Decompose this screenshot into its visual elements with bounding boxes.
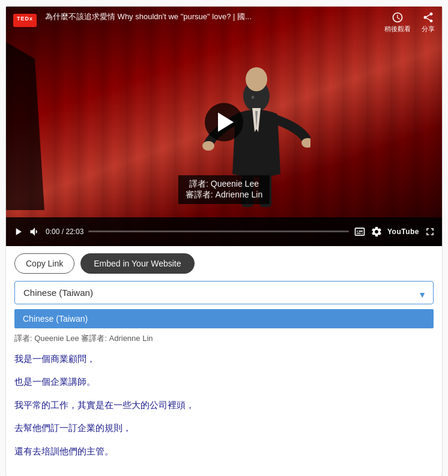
subtitles-icon[interactable] [354, 226, 366, 238]
subtitle-overlay: 譯者: Queenie Lee 審譯者: Adrienne Lin [178, 175, 270, 204]
video-top-controls: 稍後觀看 分享 [384, 11, 435, 34]
transcript-area: 譯者: Queenie Lee 審譯者: Adrienne Lin 我是一個商業… [6, 328, 442, 476]
main-container: TEDx 為什麼不該追求愛情 Why shouldn't we "pursue"… [5, 6, 443, 476]
svg-point-2 [202, 141, 214, 151]
progress-bar[interactable] [88, 230, 349, 232]
action-buttons: Copy Link Embed in Your Website [6, 246, 442, 281]
settings-icon[interactable] [371, 226, 383, 238]
volume-icon[interactable] [29, 226, 41, 238]
share-button[interactable]: 分享 [422, 11, 435, 34]
transcript-line-4: 去幫他們訂一訂企業的規則， [14, 421, 434, 435]
transcript-credit: 譯者: Queenie Lee 審譯者: Adrienne Lin [14, 333, 434, 344]
subtitle-line1: 譯者: Queenie Lee [186, 179, 262, 190]
language-dropdown[interactable]: Chinese (Taiwan) [14, 281, 434, 304]
transcript-line-2: 也是一個企業講師。 [14, 375, 434, 389]
shadow-silhouette [6, 42, 54, 210]
play-button[interactable] [205, 103, 243, 142]
svg-point-6 [252, 95, 255, 98]
transcript-line-5: 還有去培訓他們的主管。 [14, 445, 434, 459]
fullscreen-icon[interactable] [424, 226, 436, 238]
video-title: 為什麼不該追求愛情 Why shouldn't we "pursue" love… [45, 11, 364, 22]
play-pause-icon[interactable] [12, 226, 24, 238]
copy-link-button[interactable]: Copy Link [14, 253, 74, 274]
svg-point-1 [246, 67, 267, 91]
subtitle-line2: 審譯者: Adrienne Lin [186, 190, 262, 200]
transcript-line-3: 我平常的工作，其實是在一些大的公司裡頭， [14, 399, 434, 412]
youtube-logo: YouTube [387, 227, 419, 236]
watch-later-button[interactable]: 稍後觀看 [384, 11, 411, 34]
control-bar: 0:00 / 22:03 YouTube [6, 217, 442, 246]
ted-logo: TEDx [13, 14, 37, 27]
video-player[interactable]: TEDx 為什麼不該追求愛情 Why shouldn't we "pursue"… [6, 7, 442, 246]
language-dropdown-wrapper: Chinese (Taiwan) ▼ [6, 281, 442, 309]
dropdown-option-highlighted[interactable]: Chinese (Taiwan) [14, 309, 434, 328]
transcript-line-1: 我是一個商業顧問， [14, 352, 434, 366]
embed-button[interactable]: Embed in Your Website [80, 253, 194, 274]
time-display: 0:00 / 22:03 [46, 227, 83, 236]
